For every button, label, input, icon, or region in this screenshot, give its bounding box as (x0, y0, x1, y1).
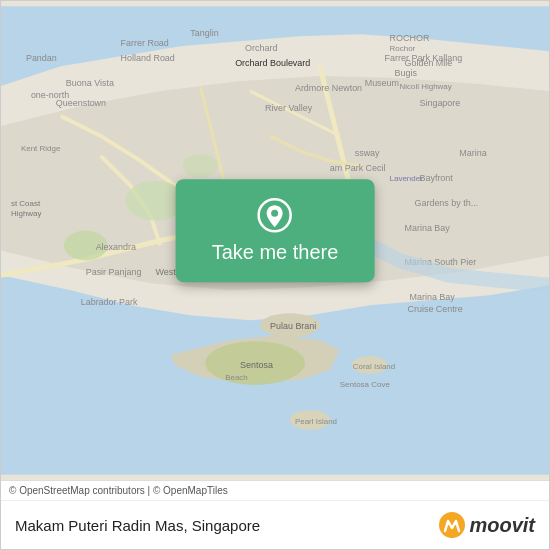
take-me-there-button[interactable]: Take me there (176, 179, 375, 282)
svg-text:Sentosa Cove: Sentosa Cove (340, 380, 391, 389)
moovit-logo: moovit (438, 511, 535, 539)
svg-text:Bugis: Bugis (395, 68, 418, 78)
svg-text:Singapore: Singapore (419, 98, 460, 108)
map-attribution: © OpenStreetMap contributors | © OpenMap… (1, 481, 549, 501)
svg-text:Golden Mile: Golden Mile (405, 58, 453, 68)
svg-point-53 (439, 512, 465, 538)
svg-text:Farrer Road: Farrer Road (121, 38, 169, 48)
svg-text:Pulau Brani: Pulau Brani (270, 321, 316, 331)
app: Sentosa Beach Pulau Brani Pearl Island C… (0, 0, 550, 550)
svg-text:Pasir Panjang: Pasir Panjang (86, 267, 142, 277)
svg-text:Nicoll Highway: Nicoll Highway (400, 82, 452, 91)
svg-point-52 (271, 209, 278, 216)
location-row: Makam Puteri Radin Mas, Singapore moovit (1, 501, 549, 549)
svg-text:Museum: Museum (365, 78, 399, 88)
svg-text:Gardens by th...: Gardens by th... (414, 198, 478, 208)
button-label: Take me there (212, 241, 339, 264)
svg-text:Rochor: Rochor (390, 44, 416, 53)
moovit-text: moovit (469, 514, 535, 537)
svg-text:Holland Road: Holland Road (121, 53, 175, 63)
location-name: Makam Puteri Radin Mas, Singapore (15, 517, 260, 534)
svg-text:Buona Vista: Buona Vista (66, 78, 114, 88)
svg-text:Labrador Park: Labrador Park (81, 297, 138, 307)
svg-text:Alexandra: Alexandra (96, 242, 136, 252)
svg-text:Marina Bay: Marina Bay (410, 292, 456, 302)
svg-text:Highway: Highway (11, 209, 42, 218)
svg-text:Marina: Marina (459, 148, 486, 158)
bottom-bar: © OpenStreetMap contributors | © OpenMap… (1, 480, 549, 549)
svg-text:Tanglin: Tanglin (190, 28, 218, 38)
svg-point-3 (182, 154, 218, 178)
svg-text:ssway: ssway (355, 148, 380, 158)
svg-text:Ardmore Newton: Ardmore Newton (295, 83, 362, 93)
svg-text:Orchard Boulevard: Orchard Boulevard (235, 58, 310, 68)
svg-text:Coral Island: Coral Island (353, 362, 396, 371)
svg-text:am Park Cecil: am Park Cecil (330, 163, 386, 173)
svg-text:Kent Ridge: Kent Ridge (21, 144, 61, 153)
map-container: Sentosa Beach Pulau Brani Pearl Island C… (1, 1, 549, 480)
svg-text:Cruise Centre: Cruise Centre (408, 304, 463, 314)
svg-text:one-north: one-north (31, 90, 69, 100)
svg-text:Sentosa: Sentosa (240, 360, 273, 370)
svg-text:ROCHOR: ROCHOR (390, 33, 430, 43)
moovit-icon (438, 511, 466, 539)
svg-text:Lavender: Lavender (390, 174, 424, 183)
svg-text:River Valley: River Valley (265, 103, 313, 113)
location-pin-icon (257, 197, 293, 233)
svg-text:Pandan: Pandan (26, 53, 57, 63)
svg-text:Beach: Beach (225, 373, 248, 382)
svg-text:Orchard: Orchard (245, 43, 277, 53)
svg-text:Marina Bay: Marina Bay (405, 223, 451, 233)
svg-text:st Coast: st Coast (11, 199, 41, 208)
svg-text:Pearl Island: Pearl Island (295, 417, 337, 426)
svg-text:Bayfront: Bayfront (419, 173, 453, 183)
